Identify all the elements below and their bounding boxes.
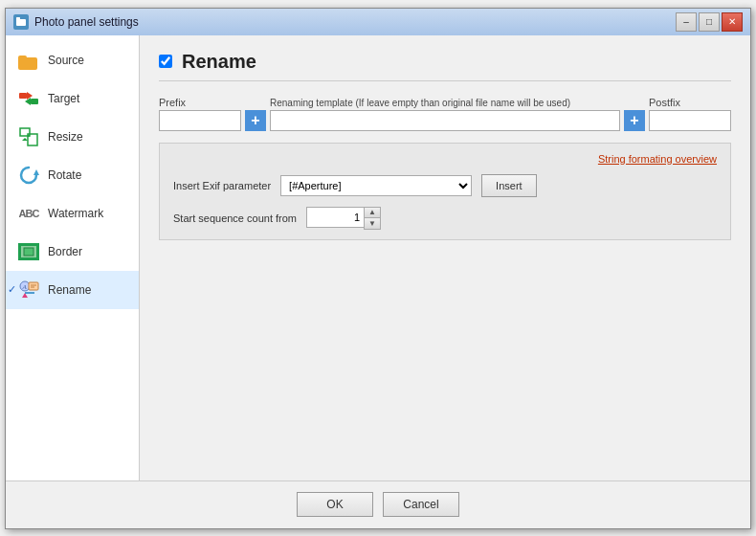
svg-rect-14 bbox=[29, 282, 38, 290]
svg-rect-11 bbox=[24, 248, 33, 256]
sidebar-item-border[interactable]: Border bbox=[6, 233, 139, 271]
gray-panel: String formating overview Insert Exif pa… bbox=[159, 143, 731, 240]
title-bar-icon bbox=[13, 14, 29, 30]
close-button[interactable]: ✕ bbox=[722, 12, 743, 32]
template-input[interactable] bbox=[270, 110, 620, 131]
sidebar-item-resize[interactable]: Resize bbox=[6, 118, 139, 156]
footer: OK Cancel bbox=[6, 480, 750, 528]
exif-select[interactable]: [#Aperture] [#ShutterSpeed] [#ISO] [#Foc… bbox=[280, 175, 472, 196]
prefix-label: Prefix bbox=[159, 97, 241, 108]
border-icon bbox=[17, 240, 40, 263]
svg-rect-1 bbox=[16, 17, 20, 20]
sequence-spinner: ▲ ▼ bbox=[306, 207, 381, 230]
title-bar-text: Photo panel settings bbox=[34, 15, 676, 29]
string-format-link[interactable]: String formating overview bbox=[173, 153, 717, 165]
template-group: Renaming template (If leave empty than o… bbox=[270, 98, 620, 131]
prefix-input[interactable] bbox=[159, 110, 241, 131]
watermark-icon: ABC bbox=[17, 202, 40, 225]
sequence-label: Start sequence count from bbox=[173, 212, 297, 224]
rename-icon: A bbox=[17, 279, 40, 302]
sequence-input[interactable] bbox=[306, 207, 364, 228]
section-title: Rename bbox=[182, 51, 256, 73]
spinner-buttons: ▲ ▼ bbox=[364, 207, 381, 230]
svg-marker-9 bbox=[22, 138, 28, 141]
sidebar-item-rotate[interactable]: Rotate bbox=[6, 156, 139, 194]
sequence-row: Start sequence count from ▲ ▼ bbox=[173, 207, 717, 230]
postfix-input[interactable] bbox=[649, 110, 731, 131]
exif-row: Insert Exif parameter [#Aperture] [#Shut… bbox=[173, 174, 717, 197]
sidebar-label-target: Target bbox=[48, 92, 79, 105]
folder-icon bbox=[17, 49, 40, 72]
sidebar-item-watermark[interactable]: ABC Watermark bbox=[6, 194, 139, 233]
postfix-label: Postfix bbox=[649, 97, 731, 108]
minimize-button[interactable]: – bbox=[676, 12, 697, 32]
spinner-down-button[interactable]: ▼ bbox=[365, 218, 380, 229]
prefix-group: Prefix bbox=[159, 97, 241, 131]
svg-marker-10 bbox=[33, 169, 39, 175]
content-area: Source Target bbox=[6, 35, 750, 480]
main-window: Photo panel settings – □ ✕ Source bbox=[5, 8, 751, 529]
svg-rect-4 bbox=[31, 99, 38, 104]
sidebar-label-resize: Resize bbox=[48, 130, 83, 144]
sidebar-label-rename: Rename bbox=[48, 283, 91, 297]
rename-panel: Prefix + Renaming template (If leave emp… bbox=[159, 97, 731, 240]
prefix-plus-button[interactable]: + bbox=[245, 110, 266, 131]
svg-rect-2 bbox=[19, 93, 27, 99]
sidebar-label-border: Border bbox=[48, 245, 82, 258]
insert-button[interactable]: Insert bbox=[481, 174, 537, 197]
main-content: Rename Prefix + Renaming template (If le… bbox=[140, 35, 750, 480]
fields-row: Prefix + Renaming template (If leave emp… bbox=[159, 97, 731, 131]
title-bar: Photo panel settings – □ ✕ bbox=[6, 9, 750, 35]
rename-section-checkbox[interactable] bbox=[159, 55, 172, 68]
postfix-plus-button[interactable]: + bbox=[624, 110, 645, 131]
sidebar-label-source: Source bbox=[48, 54, 84, 67]
sidebar-item-source[interactable]: Source bbox=[6, 41, 139, 79]
postfix-group: Postfix bbox=[649, 97, 731, 131]
svg-rect-0 bbox=[16, 19, 26, 26]
rename-checkmark: ✓ bbox=[8, 283, 16, 296]
cancel-button[interactable]: Cancel bbox=[383, 492, 459, 517]
sidebar: Source Target bbox=[6, 35, 140, 480]
title-bar-buttons: – □ ✕ bbox=[676, 12, 743, 32]
sidebar-item-target[interactable]: Target bbox=[6, 79, 139, 118]
target-icon bbox=[17, 87, 40, 110]
resize-icon bbox=[17, 125, 40, 148]
template-label: Renaming template (If leave empty than o… bbox=[270, 98, 620, 108]
spinner-up-button[interactable]: ▲ bbox=[365, 208, 380, 218]
sidebar-item-rename[interactable]: ✓ A Rename bbox=[6, 271, 139, 309]
section-header: Rename bbox=[159, 51, 731, 81]
sidebar-label-watermark: Watermark bbox=[48, 207, 103, 220]
sidebar-label-rotate: Rotate bbox=[48, 168, 81, 182]
ok-button[interactable]: OK bbox=[297, 492, 373, 517]
rotate-icon bbox=[17, 164, 40, 187]
svg-text:A: A bbox=[22, 283, 28, 291]
exif-label: Insert Exif parameter bbox=[173, 180, 271, 191]
maximize-button[interactable]: □ bbox=[699, 12, 720, 32]
